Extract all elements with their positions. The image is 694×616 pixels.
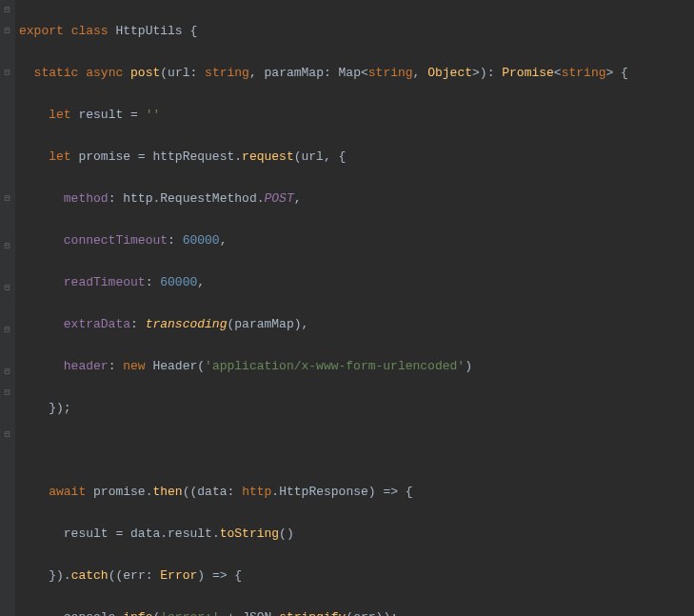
- comma: ,: [413, 66, 428, 80]
- keyword: let: [49, 149, 70, 164]
- comma: ,: [249, 66, 265, 80]
- object: http: [123, 191, 152, 206]
- code-editor[interactable]: ⊟ ⊟ ⊟ ⊟ ⊟ ⊟ ⊟ ⊟ ⊟ ⊟ export class HttpUti…: [0, 0, 694, 616]
- code-line[interactable]: connectTimeout: 60000,: [19, 230, 694, 251]
- method: stringify: [279, 610, 346, 616]
- colon: :: [109, 359, 124, 373]
- arrow: =>: [376, 485, 406, 499]
- paren: ): [287, 527, 294, 541]
- angle: >: [472, 66, 480, 80]
- param: data: [197, 485, 227, 499]
- code-line[interactable]: method: http.RequestMethod.POST,: [19, 189, 694, 209]
- property: method: [64, 191, 109, 206]
- code-line[interactable]: readTimeout: 60000,: [19, 272, 694, 293]
- paren: (: [183, 485, 190, 499]
- keyword: await: [49, 485, 86, 499]
- brace: {: [406, 485, 413, 499]
- dot: .: [212, 527, 220, 541]
- semicolon: ;: [64, 401, 71, 415]
- code-line[interactable]: [19, 440, 694, 461]
- property: header: [64, 359, 109, 373]
- code-line[interactable]: extraData: transcoding(paramMap),: [19, 314, 694, 335]
- fold-icon[interactable]: ⊟: [2, 387, 12, 398]
- gutter: ⊟ ⊟ ⊟ ⊟ ⊟ ⊟ ⊟ ⊟ ⊟ ⊟: [0, 0, 15, 616]
- paren: ): [56, 401, 64, 415]
- method: toString: [220, 527, 279, 541]
- property: readTimeout: [64, 275, 146, 289]
- fold-icon[interactable]: ⊟: [2, 429, 12, 440]
- property: result: [168, 527, 212, 541]
- code-line[interactable]: export class HttpUtils {: [19, 21, 694, 42]
- string: 'error:': [160, 610, 219, 616]
- param: paramMap: [265, 66, 324, 80]
- colon: :: [324, 66, 339, 80]
- code-line[interactable]: header: new Header('application/x-www-fo…: [19, 356, 694, 377]
- code-line[interactable]: console.info('error:' + JSON.stringify(e…: [19, 607, 694, 616]
- param: url: [168, 66, 189, 80]
- fold-icon[interactable]: ⊟: [2, 5, 12, 15]
- object: console: [64, 610, 116, 616]
- comma: ,: [294, 191, 302, 206]
- paren: (: [160, 66, 168, 80]
- brace: {: [339, 149, 347, 164]
- number: 60000: [160, 275, 197, 289]
- keyword: class: [71, 24, 109, 38]
- semicolon: ;: [390, 610, 398, 616]
- keyword: new: [123, 359, 145, 373]
- dot: .: [160, 527, 168, 541]
- colon: :: [109, 191, 124, 206]
- fold-icon[interactable]: ⊟: [2, 193, 12, 204]
- paren: (: [279, 527, 287, 541]
- paren: ): [56, 568, 64, 583]
- dot: .: [257, 191, 265, 206]
- code-line[interactable]: }).catch((err: Error) => {: [19, 566, 694, 586]
- arg: err: [353, 610, 375, 616]
- code-line[interactable]: await promise.then((data: http.HttpRespo…: [19, 482, 694, 503]
- code-line[interactable]: let result = '': [19, 105, 694, 126]
- colon: :: [130, 317, 146, 331]
- colon: :: [228, 485, 243, 499]
- code-line[interactable]: static async post(url: string, paramMap:…: [19, 63, 694, 84]
- brace: {: [234, 568, 242, 583]
- keyword: async: [86, 66, 123, 80]
- type: Map: [339, 66, 361, 80]
- class: Header: [152, 359, 197, 373]
- variable: promise: [78, 149, 130, 164]
- fold-icon[interactable]: ⊟: [2, 241, 12, 251]
- equals: =: [130, 149, 152, 164]
- string: 'application/x-www-form-urlencoded': [205, 359, 465, 373]
- paren: (: [294, 149, 302, 164]
- type: Error: [160, 568, 197, 583]
- fold-icon[interactable]: ⊟: [2, 325, 12, 335]
- colon: :: [146, 275, 161, 289]
- arg: paramMap: [234, 317, 293, 331]
- angle: <: [361, 66, 368, 80]
- code-line[interactable]: result = data.result.toString(): [19, 524, 694, 545]
- type: string: [205, 66, 249, 80]
- code-line[interactable]: let promise = httpRequest.request(url, {: [19, 147, 694, 168]
- keyword: static: [34, 66, 79, 80]
- colon: :: [168, 233, 183, 248]
- variable: result: [78, 108, 123, 122]
- brace: {: [613, 66, 628, 80]
- code-line[interactable]: });: [19, 398, 694, 419]
- colon: :: [487, 66, 503, 80]
- fold-icon[interactable]: ⊟: [2, 367, 12, 377]
- object: data: [130, 527, 160, 541]
- module: http: [242, 485, 271, 499]
- fold-icon[interactable]: ⊟: [2, 68, 12, 78]
- property: extraData: [64, 317, 130, 331]
- function-call: transcoding: [146, 317, 228, 331]
- fold-icon[interactable]: ⊟: [2, 26, 12, 36]
- equals: =: [123, 108, 145, 122]
- type: HttpResponse: [279, 485, 368, 499]
- paren: ): [465, 359, 472, 373]
- brace: {: [189, 24, 197, 38]
- code-area[interactable]: export class HttpUtils { static async po…: [15, 0, 694, 616]
- comma: ,: [220, 233, 228, 248]
- plus: +: [220, 610, 242, 616]
- method: request: [242, 149, 294, 164]
- fold-icon[interactable]: ⊟: [2, 283, 12, 293]
- object: promise: [93, 485, 146, 499]
- comma: ,: [197, 275, 205, 289]
